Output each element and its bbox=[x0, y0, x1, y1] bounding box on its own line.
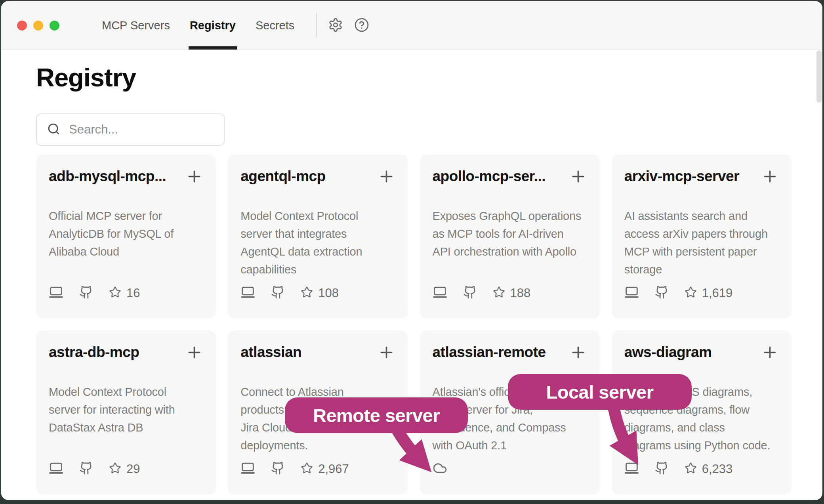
add-server-button[interactable] bbox=[761, 168, 779, 187]
server-card[interactable]: astra-db-mcpModel Context Protocolserver… bbox=[36, 330, 216, 494]
laptop-icon bbox=[433, 285, 447, 301]
server-card-header: atlassian-remote bbox=[433, 342, 587, 363]
tab-registry[interactable]: Registry bbox=[180, 1, 246, 50]
search-input[interactable] bbox=[68, 122, 214, 137]
server-card[interactable]: aws-diagramGenerate AWS diagrams,sequenc… bbox=[612, 330, 792, 494]
github-icon bbox=[79, 461, 93, 477]
server-card-footer: 6,233 bbox=[624, 461, 779, 477]
vertical-scrollbar[interactable] bbox=[816, 50, 822, 103]
tab-secrets[interactable]: Secrets bbox=[246, 1, 304, 50]
server-card-header: adb-mysql-mcp... bbox=[49, 166, 203, 187]
description-line: MCP with persistent paper bbox=[624, 243, 779, 261]
description-line: as MCP tools for AI-driven bbox=[433, 225, 587, 243]
add-server-button[interactable] bbox=[185, 168, 203, 187]
star-icon bbox=[685, 462, 697, 476]
description-line: server that integrates bbox=[240, 225, 395, 243]
server-card-footer: 108 bbox=[240, 285, 395, 301]
description-line: capabilities bbox=[240, 261, 395, 279]
server-card-header: astra-db-mcp bbox=[49, 342, 203, 363]
star-icon bbox=[493, 286, 505, 300]
server-card-footer: 1,619 bbox=[624, 285, 779, 301]
star-icon bbox=[301, 286, 313, 300]
star-group: 188 bbox=[493, 286, 531, 300]
settings-button[interactable] bbox=[326, 16, 345, 34]
description-line: AgentQL data extraction bbox=[240, 243, 395, 261]
title-bar: MCP Servers Registry Secrets bbox=[1, 1, 822, 50]
server-card-title: atlassian bbox=[240, 342, 301, 362]
help-circle-icon bbox=[354, 17, 369, 34]
server-card-header: atlassian bbox=[240, 342, 395, 363]
laptop-icon bbox=[624, 461, 639, 477]
description-line: API orchestration with Apollo bbox=[433, 243, 587, 261]
server-card-description: Exposes GraphQL operationsas MCP tools f… bbox=[433, 207, 587, 261]
star-count: 188 bbox=[510, 286, 531, 300]
server-card-title: aws-diagram bbox=[624, 342, 712, 362]
star-count: 6,233 bbox=[702, 462, 733, 476]
github-icon bbox=[655, 285, 669, 301]
star-count: 29 bbox=[126, 462, 140, 476]
add-server-button[interactable] bbox=[378, 168, 395, 187]
star-icon bbox=[109, 286, 121, 300]
star-count: 108 bbox=[318, 286, 339, 300]
cloud-icon bbox=[433, 461, 447, 477]
plus-icon bbox=[185, 181, 203, 187]
description-line: access arXiv papers through bbox=[624, 225, 779, 243]
add-server-button[interactable] bbox=[569, 168, 587, 187]
github-icon bbox=[463, 285, 477, 301]
laptop-icon bbox=[49, 461, 63, 477]
star-group: 29 bbox=[109, 462, 140, 476]
star-count: 1,619 bbox=[702, 286, 733, 300]
server-card-footer bbox=[433, 461, 587, 477]
plus-icon bbox=[569, 181, 587, 187]
server-card-title: atlassian-remote bbox=[433, 342, 546, 362]
description-line: AnalyticDB for MySQL of bbox=[49, 225, 203, 243]
description-line: DataStax Astra DB bbox=[49, 419, 203, 437]
server-card[interactable]: adb-mysql-mcp...Official MCP server forA… bbox=[36, 155, 216, 319]
plus-icon bbox=[378, 181, 395, 187]
server-card-footer: 2,967 bbox=[240, 461, 395, 477]
description-line: AI assistants search and bbox=[624, 207, 779, 225]
description-line: with OAuth 2.1 bbox=[433, 437, 587, 454]
server-card-description: Model Context Protocolserver for interac… bbox=[49, 383, 203, 437]
add-server-button[interactable] bbox=[378, 344, 395, 363]
search-box bbox=[36, 113, 225, 146]
minimize-button[interactable] bbox=[33, 21, 43, 31]
description-line: deployments. bbox=[240, 437, 395, 454]
star-group: 6,233 bbox=[685, 462, 733, 476]
star-group: 2,967 bbox=[301, 462, 349, 476]
tab-mcp-servers[interactable]: MCP Servers bbox=[92, 1, 180, 50]
plus-icon bbox=[761, 181, 779, 187]
server-card-title: apollo-mcp-ser... bbox=[433, 166, 546, 186]
add-server-button[interactable] bbox=[569, 344, 587, 363]
description-line: diagrams, and class bbox=[624, 419, 779, 437]
description-line: diagrams using Python code. bbox=[624, 437, 779, 454]
server-card[interactable]: apollo-mcp-ser...Exposes GraphQL operati… bbox=[420, 155, 600, 319]
server-card[interactable]: agentql-mcpModel Context Protocolserver … bbox=[228, 155, 408, 319]
local-server-annotation: Local server bbox=[508, 374, 692, 410]
server-card-description: Model Context Protocolserver that integr… bbox=[240, 207, 395, 279]
laptop-icon bbox=[240, 285, 255, 301]
star-group: 108 bbox=[301, 286, 339, 300]
remote-server-annotation: Remote server bbox=[285, 397, 468, 433]
server-card-title: adb-mysql-mcp... bbox=[49, 166, 166, 186]
description-line: Alibaba Cloud bbox=[49, 243, 203, 261]
page-title: Registry bbox=[36, 62, 792, 94]
description-line: Model Context Protocol bbox=[49, 383, 203, 401]
github-icon bbox=[655, 461, 669, 477]
nav-tabs: MCP Servers Registry Secrets bbox=[92, 1, 304, 50]
plus-icon bbox=[185, 357, 203, 363]
zoom-button[interactable] bbox=[50, 21, 59, 31]
add-server-button[interactable] bbox=[185, 344, 203, 363]
laptop-icon bbox=[240, 461, 255, 477]
plus-icon bbox=[569, 357, 587, 363]
description-line: Official MCP server for bbox=[49, 207, 203, 225]
server-card-description: Official MCP server forAnalyticDB for My… bbox=[49, 207, 203, 261]
server-card[interactable]: arxiv-mcp-serverAI assistants search and… bbox=[612, 155, 792, 319]
close-button[interactable] bbox=[17, 21, 27, 31]
server-card-header: apollo-mcp-ser... bbox=[433, 166, 587, 187]
help-button[interactable] bbox=[353, 16, 371, 34]
laptop-icon bbox=[624, 285, 639, 301]
description-line: Model Context Protocol bbox=[240, 207, 395, 225]
gear-icon bbox=[328, 17, 343, 34]
add-server-button[interactable] bbox=[761, 344, 779, 363]
